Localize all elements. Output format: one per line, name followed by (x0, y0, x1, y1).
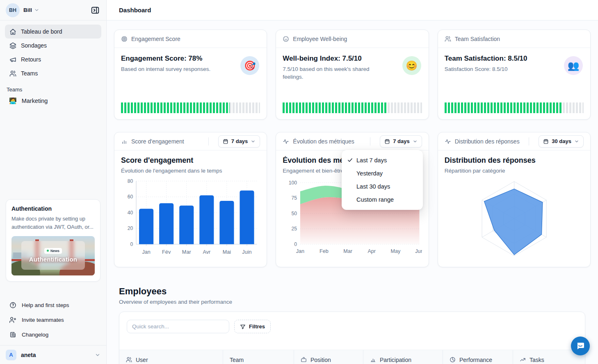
column-header-team[interactable]: Team (223, 350, 294, 364)
chevron-down-icon (95, 352, 100, 358)
svg-text:Jun: Jun (415, 248, 422, 254)
column-header-participation[interactable]: Participation (363, 350, 443, 364)
stat-subtitle: 7.5/10 based on this week's shared feeli… (283, 66, 385, 81)
sidebar-item-label: Tableau de bord (21, 28, 62, 35)
svg-text:Juin: Juin (242, 249, 251, 255)
svg-text:Jan: Jan (296, 248, 304, 254)
employees-table-card: Filtres User Team (119, 312, 585, 364)
chat-bubble-icon (575, 341, 585, 351)
range-dropdown-menu: Last 7 days Yesterday Last 30 days Custo… (342, 150, 423, 210)
avatar: BH (6, 3, 20, 17)
card-header-label: Team Satisfaction (455, 36, 500, 42)
trend-up-icon (520, 357, 526, 363)
sidebar-item-marketing[interactable]: 🧑‍💻 Marketing (0, 94, 106, 107)
filters-button[interactable]: Filtres (234, 320, 271, 333)
sidebar-item-help[interactable]: Help and first steps (6, 298, 100, 312)
range-select-button[interactable]: 30 days (539, 135, 584, 148)
chat-launcher-button[interactable] (571, 337, 590, 355)
svg-text:Mar: Mar (182, 249, 191, 255)
news-badge: News (44, 248, 62, 254)
engagement-chart-card: Score d'engagement 7 days (114, 132, 267, 267)
sidebar-item-teams[interactable]: Teams (5, 66, 101, 80)
menu-item-last-30-days[interactable]: Last 30 days (342, 180, 423, 193)
sidebar: BH Bill Tableau de bord Sondages (0, 0, 107, 364)
user-menu[interactable]: Bill (23, 7, 32, 13)
workspace-avatar: A (6, 350, 16, 360)
sidebar-item-feedback[interactable]: Retours (5, 52, 101, 66)
table-header-row: User Team Position (119, 350, 585, 364)
green-dot-icon (47, 250, 49, 252)
column-header-performance[interactable]: Performance (443, 350, 513, 364)
svg-text:Mai: Mai (223, 249, 231, 255)
target-emoji-icon: 🎯 (240, 56, 259, 75)
disc-target-icon (121, 36, 128, 42)
svg-text:50: 50 (292, 211, 297, 216)
svg-text:40: 40 (128, 210, 133, 216)
chevron-down-icon (413, 139, 418, 144)
stat-title: Well-being Index: 7.5/10 (283, 55, 422, 63)
svg-text:Jan: Jan (142, 249, 150, 255)
range-select-button[interactable]: 7 days (218, 135, 260, 148)
svg-text:Fév: Fév (162, 249, 171, 255)
stat-title: Engagement Score: 78% (121, 55, 260, 63)
chevron-down-icon (574, 139, 579, 144)
sidebar-item-label: Retours (21, 56, 41, 63)
svg-text:0: 0 (130, 241, 133, 247)
sidebar-item-label: Changelog (22, 332, 48, 338)
sidebar-item-label: Invite teammates (22, 317, 64, 323)
sidebar-item-dashboard[interactable]: Tableau de bord (5, 25, 101, 39)
column-header-user[interactable]: User (119, 350, 223, 364)
stat-title: Team Satisfaction: 8.5/10 (445, 55, 584, 63)
card-header-label: Employee Well-being (293, 36, 347, 42)
chevron-down-icon (34, 7, 39, 13)
promo-card-authentication[interactable]: Authentication Make docs private by sett… (6, 199, 100, 282)
svg-text:May: May (391, 248, 401, 254)
chart-title: Distribution des réponses (445, 156, 584, 165)
page-title: Dashboard (119, 7, 151, 14)
bar-chart: 020406080JanFévMarAvrMaiJuin (121, 177, 260, 263)
radar-chart (445, 177, 584, 259)
svg-text:100: 100 (289, 180, 297, 186)
employees-subtitle: Overview of employees and their performa… (119, 299, 232, 305)
workspace-name: aneta (21, 352, 36, 358)
collapse-sidebar-button[interactable] (90, 5, 100, 16)
promo-image-label: Authentification (29, 256, 77, 263)
sidebar-item-changelog[interactable]: Changelog (6, 327, 100, 342)
sidebar-item-invite[interactable]: Invite teammates (6, 312, 100, 327)
briefcase-icon (301, 357, 307, 363)
range-select-button[interactable]: 7 days (380, 135, 422, 148)
table-toolbar: Filtres (119, 312, 585, 333)
promo-image-overlay: News Authentification (21, 241, 85, 270)
activity-icon (283, 138, 289, 145)
megaphone-icon (9, 56, 16, 63)
workspace-switcher[interactable]: A aneta (0, 345, 106, 364)
sidebar-item-label: Help and first steps (22, 302, 69, 308)
sidebar-item-surveys[interactable]: Sondages (5, 39, 101, 52)
column-header-position[interactable]: Position (294, 350, 363, 364)
technologist-emoji-icon: 🧑‍💻 (9, 97, 17, 105)
promo-title: Authentication (11, 205, 95, 212)
card-header-label: Engagement Score (131, 36, 180, 42)
menu-item-custom-range[interactable]: Custom range (342, 193, 423, 206)
calendar-icon (223, 139, 228, 144)
users-icon (445, 36, 451, 42)
page-header: Dashboard (107, 0, 598, 20)
stat-subtitle: Based on internal survey responses. (121, 66, 224, 73)
home-icon (9, 28, 16, 35)
app-root: BH Bill Tableau de bord Sondages (0, 0, 598, 364)
menu-item-last-7-days[interactable]: Last 7 days (342, 154, 423, 167)
changelog-icon (9, 331, 16, 338)
chart-subtitle: Évolution de l'engagement dans le temps (121, 168, 260, 174)
promo-image: News Authentification (11, 236, 95, 275)
svg-text:80: 80 (128, 178, 133, 184)
card-header-label: Évolution des métriques (293, 138, 354, 145)
sidebar-nav: Tableau de bord Sondages Retours Teams (0, 20, 106, 80)
users-icon (126, 357, 132, 363)
search-input[interactable] (127, 320, 229, 333)
help-icon (9, 302, 16, 309)
menu-item-yesterday[interactable]: Yesterday (342, 167, 423, 180)
svg-text:60: 60 (128, 194, 133, 200)
stat-cards-row: Engagement Score Engagement Score: 78% B… (114, 30, 591, 120)
svg-text:Avr: Avr (203, 249, 210, 255)
svg-text:75: 75 (292, 195, 297, 201)
